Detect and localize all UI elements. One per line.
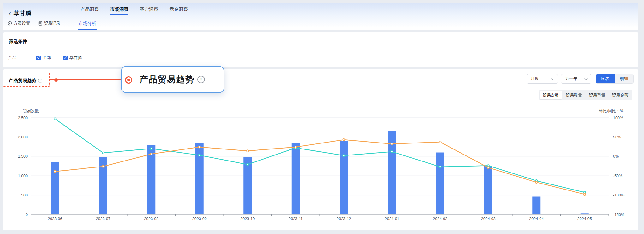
point-同比 xyxy=(343,139,345,141)
point-环比 xyxy=(150,148,152,149)
bar-2024-02[interactable] xyxy=(436,153,444,214)
divider xyxy=(9,50,633,50)
checkbox-all[interactable]: 全部 xyxy=(36,55,51,61)
checkbox-glyphosate-label: 草甘膦 xyxy=(69,55,82,61)
bar-2023-11[interactable] xyxy=(292,143,300,214)
metric-tab-trade-amount[interactable]: 贸易金额 xyxy=(609,91,631,99)
svg-text:2,000: 2,000 xyxy=(18,135,28,139)
point-同比 xyxy=(295,146,297,148)
point-同比 xyxy=(584,193,586,195)
point-同比 xyxy=(391,143,393,145)
trade-records-label: 贸易记录 xyxy=(44,20,60,26)
product-filter-label: 产品 xyxy=(8,55,36,61)
point-环比 xyxy=(199,154,200,156)
filter-panel-title: 筛选条件 xyxy=(9,38,27,44)
clipboard-icon xyxy=(38,21,42,26)
tab-customer-insight[interactable]: 客户洞察 xyxy=(140,6,158,17)
svg-text:2023-08: 2023-08 xyxy=(144,217,158,221)
bar-2023-08[interactable] xyxy=(147,145,155,214)
bar-2024-05[interactable] xyxy=(581,213,589,214)
svg-text:2,500: 2,500 xyxy=(18,116,28,120)
annotation-dashed-box xyxy=(3,73,50,87)
point-环比 xyxy=(247,163,248,165)
svg-text:2024-02: 2024-02 xyxy=(433,217,447,221)
check-icon xyxy=(36,56,41,60)
plan-settings-link[interactable]: 方案设置 xyxy=(8,20,30,26)
bar-2024-04[interactable] xyxy=(532,197,540,214)
chevron-down-icon xyxy=(584,77,588,81)
svg-text:2023-11: 2023-11 xyxy=(289,217,303,221)
trade-records-link[interactable]: 贸易记录 xyxy=(38,20,60,26)
svg-text:2023-09: 2023-09 xyxy=(192,217,207,221)
annotation-connector-line xyxy=(50,79,128,80)
tab-product-insight[interactable]: 产品洞察 xyxy=(80,6,99,17)
annotation-callout-bubble: 产品贸易趋势 ! xyxy=(121,66,224,93)
divider xyxy=(140,91,200,91)
tab-competitor-insight[interactable]: 竞企洞察 xyxy=(170,6,188,17)
point-同比 xyxy=(54,170,56,172)
main-tabs: 产品洞察 市场洞察 客户洞察 竞企洞察 xyxy=(80,6,188,17)
bar-2023-09[interactable] xyxy=(195,143,204,214)
svg-text:2024-03: 2024-03 xyxy=(481,217,496,221)
svg-text:500: 500 xyxy=(21,193,28,197)
svg-text:2024-01: 2024-01 xyxy=(385,217,399,221)
svg-text:1,000: 1,000 xyxy=(18,174,28,178)
svg-text:2023-07: 2023-07 xyxy=(96,217,110,221)
svg-text:2023-12: 2023-12 xyxy=(337,217,351,221)
svg-text:0%: 0% xyxy=(613,154,619,159)
target-icon xyxy=(8,21,12,26)
period-select-value: 月度 xyxy=(531,76,539,82)
svg-text:50%: 50% xyxy=(613,135,621,139)
svg-text:-150%: -150% xyxy=(613,213,624,217)
point-同比 xyxy=(535,181,537,183)
back-icon[interactable]: ‹ xyxy=(9,10,11,16)
point-环比 xyxy=(343,155,345,156)
tab-market-insight[interactable]: 市场洞察 xyxy=(110,6,128,17)
check-icon xyxy=(63,56,68,60)
divider xyxy=(9,86,632,86)
view-toggle-detail[interactable]: 明细 xyxy=(615,74,633,83)
view-toggle-chart[interactable]: 图表 xyxy=(596,74,615,83)
bar-2023-12[interactable] xyxy=(340,141,348,214)
point-同比 xyxy=(199,146,200,148)
point-同比 xyxy=(247,150,248,152)
point-同比 xyxy=(439,141,441,143)
svg-text:-100%: -100% xyxy=(613,193,624,197)
line-环比 xyxy=(55,119,585,192)
range-select[interactable]: 近一年 xyxy=(561,74,591,84)
annotation-ring-marker xyxy=(125,76,132,84)
point-同比 xyxy=(102,166,104,167)
header-divider xyxy=(69,10,69,23)
svg-text:2024-05: 2024-05 xyxy=(577,217,592,221)
line-同比 xyxy=(55,140,585,194)
point-环比 xyxy=(54,118,56,120)
period-select[interactable]: 月度 xyxy=(527,74,558,84)
point-同比 xyxy=(487,167,489,168)
bar-2023-06[interactable] xyxy=(51,162,59,214)
point-环比 xyxy=(439,166,441,168)
svg-text:环比/同比：%: 环比/同比：% xyxy=(599,109,623,113)
bar-2024-03[interactable] xyxy=(484,166,492,215)
metric-tab-trade-quantity[interactable]: 贸易数量 xyxy=(563,91,585,99)
point-环比 xyxy=(102,152,104,154)
page-title: 草甘膦 xyxy=(14,9,32,17)
svg-text:-50%: -50% xyxy=(613,174,622,178)
callout-title: 产品贸易趋势 xyxy=(140,74,194,85)
view-toggle: 图表 明细 xyxy=(596,74,634,84)
range-select-value: 近一年 xyxy=(565,76,577,82)
plan-settings-label: 方案设置 xyxy=(14,20,30,26)
svg-text:0: 0 xyxy=(26,213,28,217)
svg-text:2023-10: 2023-10 xyxy=(240,217,255,221)
header-bar: ‹ 草甘膦 方案设置 贸易记录 产品洞察 市场洞察 客户洞察 竞企洞察 市场分析 xyxy=(3,3,638,30)
svg-text:1,500: 1,500 xyxy=(18,154,28,159)
metric-tab-trade-weight[interactable]: 贸易重量 xyxy=(586,91,608,99)
annotation-dot xyxy=(54,78,58,82)
metric-tab-trade-count[interactable]: 贸易次数 xyxy=(540,91,562,99)
info-icon: ! xyxy=(197,76,205,83)
subtab-market-analysis[interactable]: 市场分析 xyxy=(78,21,97,30)
checkbox-glyphosate[interactable]: 草甘膦 xyxy=(63,55,82,61)
trade-trend-panel: 产品贸易趋势 ! 月度 近一年 图表 明细 贸易次数 贸易数量 贸易重量 贸易金… xyxy=(3,69,638,230)
svg-text:2023-06: 2023-06 xyxy=(48,217,62,221)
metric-tabs: 贸易次数 贸易数量 贸易重量 贸易金额 xyxy=(539,90,632,100)
trade-trend-chart[interactable]: 2,500100%2,00050%1,5000%1,000-50%500-100… xyxy=(3,106,638,225)
